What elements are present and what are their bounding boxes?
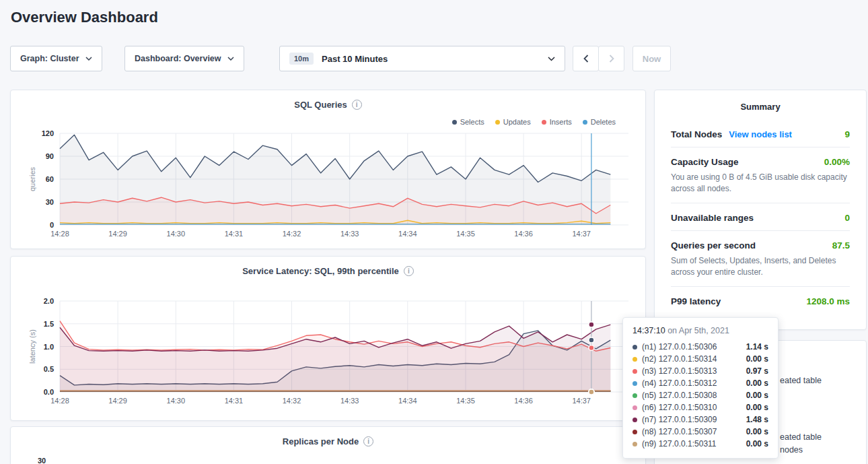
series-color-dot (632, 369, 637, 374)
chevron-right-icon (609, 55, 614, 63)
svg-text:0.0: 0.0 (44, 388, 54, 396)
sql-queries-chart-canvas[interactable]: 14:2814:2914:3014:3114:3214:3314:3414:35… (11, 90, 647, 250)
series-color-dot (632, 418, 637, 422)
summary-description: Sum of Selects, Updates, Inserts, and De… (671, 255, 850, 279)
tooltip-node-label: (n3) 127.0.0.1:50313 (642, 366, 717, 376)
tooltip-node-label: (n2) 127.0.0.1:50314 (642, 354, 717, 364)
page-title: Overview Dashboard (11, 9, 158, 26)
svg-text:latency (s): latency (s) (28, 329, 36, 364)
tooltip-time: 14:37:10 (632, 326, 665, 335)
series-color-dot (632, 430, 637, 434)
svg-text:14:28: 14:28 (50, 397, 69, 405)
summary-rows: Total NodesView nodes list9Capacity Usag… (671, 120, 850, 314)
tooltip-node-value: 0.00 s (746, 354, 768, 364)
svg-text:60: 60 (46, 175, 54, 183)
event-list-item[interactable]: eated table (780, 374, 822, 387)
tooltip-node-label: (n4) 127.0.0.1:50312 (642, 378, 717, 388)
chart-tooltip: 14:37:10 on Apr 5th, 2021 (n1) 127.0.0.1… (622, 317, 779, 459)
info-icon[interactable]: i (363, 436, 373, 446)
tooltip-row: (n6) 127.0.0.1:503100.00 s (632, 401, 768, 413)
chevron-down-icon (548, 57, 555, 61)
tooltip-node-value: 0.00 s (746, 439, 768, 449)
svg-text:queries: queries (28, 166, 36, 191)
graph-dropdown-value: Cluster (50, 54, 79, 63)
service-latency-chart-canvas[interactable]: 14:2814:2914:3014:3114:3214:3314:3414:35… (11, 257, 647, 422)
svg-text:14:28: 14:28 (50, 230, 69, 238)
tooltip-rows: (n1) 127.0.0.1:503061.14 s(n2) 127.0.0.1… (632, 341, 768, 450)
series-color-dot (632, 381, 637, 386)
tooltip-node-value: 1.48 s (746, 415, 768, 424)
time-range-label: Past 10 Minutes (322, 54, 388, 64)
svg-text:14:37: 14:37 (572, 397, 591, 405)
time-next-button[interactable] (598, 46, 624, 71)
svg-text:14:30: 14:30 (167, 230, 186, 238)
summary-label: Total Nodes (671, 129, 722, 139)
svg-text:14:30: 14:30 (167, 397, 186, 405)
tooltip-node-value: 0.00 s (746, 427, 768, 436)
summary-panel: Summary Total NodesView nodes list9Capac… (654, 90, 867, 330)
tooltip-node-value: 0.00 s (746, 403, 768, 412)
svg-text:14:32: 14:32 (283, 397, 301, 405)
tooltip-row: (n7) 127.0.0.1:503091.48 s (632, 413, 768, 426)
summary-row: P99 latency1208.0 ms (671, 287, 850, 314)
tooltip-node-value: 0.00 s (746, 391, 768, 400)
svg-text:120: 120 (42, 129, 54, 137)
tooltip-node-label: (n9) 127.0.0.1:50311 (642, 439, 717, 449)
tooltip-node-label: (n5) 127.0.0.1:50308 (642, 391, 717, 400)
tooltip-row: (n1) 127.0.0.1:503061.14 s (632, 341, 768, 353)
tooltip-row: (n8) 127.0.0.1:503070.00 s (632, 426, 768, 438)
summary-row: Queries per second87.5Sum of Selects, Up… (671, 231, 850, 287)
summary-description: You are using 0 B of 4.5 GiB usable disk… (671, 172, 850, 195)
service-latency-panel: Service Latency: SQL, 99th percentile i … (10, 256, 646, 421)
svg-text:14:34: 14:34 (398, 397, 417, 405)
event-list-item[interactable]: eated tablenodes (780, 431, 822, 457)
svg-text:90: 90 (46, 152, 54, 160)
summary-label: P99 latency (671, 296, 721, 306)
replicas-per-node-panel: Replicas per Node i 30 (10, 426, 646, 464)
svg-text:14:31: 14:31 (225, 397, 244, 405)
summary-value: 87.5 (832, 240, 850, 251)
summary-value: 1208.0 ms (806, 296, 850, 306)
tooltip-node-label: (n1) 127.0.0.1:50306 (642, 342, 717, 352)
summary-row: Unavailable ranges0 (671, 203, 850, 231)
svg-text:0: 0 (50, 221, 54, 229)
sql-queries-panel: SQL Queries i SelectsUpdatesInsertsDelet… (10, 90, 646, 249)
tooltip-node-value: 1.14 s (746, 342, 768, 352)
now-button[interactable]: Now (632, 46, 671, 71)
summary-title: Summary (655, 102, 866, 112)
svg-text:1.5: 1.5 (44, 320, 54, 328)
graph-dropdown[interactable]: Graph: Cluster (10, 46, 102, 71)
tooltip-node-label: (n8) 127.0.0.1:50307 (642, 427, 717, 436)
series-color-dot (632, 393, 637, 398)
svg-text:14:34: 14:34 (398, 230, 417, 238)
replicas-y-tick: 30 (38, 457, 46, 464)
replicas-chart-title: Replicas per Node (283, 436, 359, 446)
summary-row: Total NodesView nodes list9 (671, 120, 850, 147)
tooltip-row: (n4) 127.0.0.1:503120.00 s (632, 377, 768, 389)
summary-row: Capacity Usage0.00%You are using 0 B of … (671, 147, 850, 203)
tooltip-node-value: 0.00 s (746, 378, 768, 388)
svg-text:14:32: 14:32 (283, 230, 301, 238)
svg-text:14:35: 14:35 (456, 397, 475, 405)
summary-label: Queries per second (671, 240, 756, 251)
tooltip-row: (n9) 127.0.0.1:503110.00 s (632, 438, 768, 450)
tooltip-node-value: 0.97 s (746, 366, 768, 376)
time-prev-button[interactable] (573, 46, 599, 71)
series-color-dot (632, 345, 637, 350)
time-range-badge: 10m (289, 53, 314, 65)
summary-value: 0 (844, 213, 850, 223)
series-color-dot (632, 357, 637, 362)
dashboard-dropdown-label: Dashboard: (135, 54, 181, 63)
tooltip-timestamp: 14:37:10 on Apr 5th, 2021 (632, 326, 768, 335)
tooltip-date: on Apr 5th, 2021 (667, 326, 729, 335)
time-range-picker[interactable]: 10m Past 10 Minutes (279, 46, 565, 71)
summary-label: Unavailable ranges (671, 213, 754, 223)
tooltip-node-label: (n6) 127.0.0.1:50310 (642, 403, 717, 412)
svg-text:0.5: 0.5 (44, 365, 54, 373)
summary-value: 9 (844, 129, 850, 139)
view-nodes-list-link[interactable]: View nodes list (729, 129, 792, 139)
svg-text:14:33: 14:33 (340, 397, 359, 405)
svg-text:1.0: 1.0 (44, 343, 54, 351)
svg-text:14:35: 14:35 (456, 230, 475, 238)
dashboard-dropdown[interactable]: Dashboard: Overview (124, 46, 244, 71)
